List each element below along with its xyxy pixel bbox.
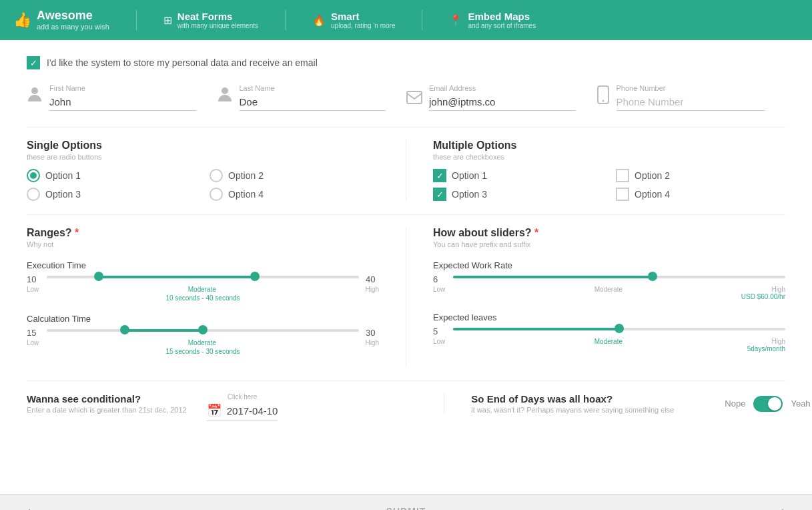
radio-label-1: Option 1: [45, 170, 81, 181]
toggle-off-label: Nope: [725, 399, 745, 409]
leaves-val: 5: [433, 326, 446, 336]
radio-option-3[interactable]: Option 3: [27, 188, 196, 201]
work-rate-labels: Low Moderate High: [433, 286, 785, 293]
leaves-track[interactable]: [453, 327, 785, 336]
svg-point-1: [222, 87, 228, 94]
checkbox-option-3[interactable]: ✓ Option 3: [433, 188, 602, 201]
calculation-thumb-low[interactable]: [120, 325, 129, 334]
radio-label-3: Option 3: [45, 189, 81, 200]
date-subtitle: Enter a date which is greater than 21st …: [27, 406, 187, 414]
leaves-thumb[interactable]: [615, 324, 624, 333]
date-field-wrap: Click here 📅 2017-04-10: [207, 393, 278, 421]
consent-row: ✓ I'd like the system to store my person…: [27, 56, 785, 69]
radio-option-4[interactable]: Option 4: [210, 188, 379, 201]
last-name-group: Last Name: [217, 84, 407, 111]
email-group: Email Address: [406, 84, 596, 111]
header-divider-1: [136, 10, 137, 30]
checkbox-option-2[interactable]: Option 2: [616, 169, 785, 182]
nav-neat-forms-sub: with many unique elements: [177, 22, 258, 29]
svg-rect-2: [407, 91, 422, 103]
ranges-title: Ranges? *: [27, 227, 379, 239]
work-rate-track[interactable]: [453, 275, 785, 284]
checkbox-label-1: Option 1: [452, 170, 487, 181]
toggle-knob: [768, 397, 781, 411]
calculation-low-label: Low: [27, 339, 39, 346]
work-rate-thumb[interactable]: [648, 272, 657, 281]
calculation-thumb-high[interactable]: [198, 325, 208, 334]
date-field[interactable]: 📅 2017-04-10: [207, 403, 278, 421]
email-icon: [406, 91, 422, 108]
execution-label: Execution Time: [27, 260, 379, 270]
nav-smart[interactable]: 🔥 Smart upload, rating 'n more: [312, 11, 395, 29]
calendar-icon: 📅: [207, 403, 222, 418]
multiple-options-section: Multiple Options these are checkboxes ✓ …: [406, 140, 785, 201]
work-rate-fill: [453, 276, 653, 278]
first-name-input[interactable]: [49, 93, 196, 111]
next-button[interactable]: ›: [781, 504, 785, 510]
leaves-low-label: Low: [433, 338, 445, 345]
calculation-low-val: 15: [27, 328, 40, 338]
brand: 👍 Awesome add as many you wish: [13, 9, 109, 31]
work-rate-range: Expected Work Rate 6 Low Moderate High U…: [433, 260, 785, 300]
first-name-group: First Name: [27, 84, 217, 111]
execution-high-val: 40: [366, 274, 379, 284]
nav-smart-sub: upload, rating 'n more: [331, 22, 395, 29]
last-name-input[interactable]: [240, 93, 386, 111]
radio-option-1[interactable]: Option 1: [27, 169, 196, 182]
nav-embed-maps[interactable]: 📍 Embed Maps and any sort of iframes: [449, 11, 536, 29]
header-divider-3: [422, 10, 422, 30]
header-divider-2: [285, 10, 286, 30]
toggle-subtitle: it was, wasn't it? Perhaps mayans were s…: [471, 406, 711, 414]
email-label: Email Address: [429, 84, 576, 92]
calculation-track[interactable]: [47, 328, 359, 338]
toggle-title: So End of Days was all hoax?: [471, 393, 711, 405]
calculation-fill: [125, 329, 203, 332]
execution-track-container: 10 40: [27, 274, 379, 284]
execution-fill: [99, 276, 255, 278]
toggle-on-label: Yeah: [791, 399, 810, 409]
date-toggle-row: Wanna see conditional? Enter a date whic…: [27, 393, 785, 421]
leaves-high-label: High: [771, 338, 785, 345]
brand-subtitle: add as many you wish: [37, 23, 109, 31]
person-icon: [27, 85, 43, 108]
calculation-labels: Low Moderate High: [27, 339, 379, 346]
execution-track[interactable]: [47, 275, 359, 284]
leaves-range: Expected leaves 5 Low Moderate High 5day…: [433, 312, 785, 352]
phone-input[interactable]: [617, 93, 766, 111]
section-divider-3: [27, 380, 785, 381]
consent-label: I'd like the system to store my personal…: [47, 57, 318, 68]
radio-circle-2: [210, 169, 223, 182]
last-name-label: Last Name: [240, 84, 386, 92]
consent-checkbox[interactable]: ✓: [27, 56, 40, 69]
email-input[interactable]: [429, 93, 576, 111]
execution-time-range: Execution Time 10 40 Low Moderate High: [27, 260, 379, 302]
checkbox-box-2: [616, 169, 629, 182]
work-rate-val: 6: [433, 274, 446, 284]
ranges-row: Ranges? * Why not Execution Time 10 40: [27, 227, 785, 367]
submit-button[interactable]: SUBMIT: [386, 506, 426, 511]
section-divider-1: [27, 127, 785, 127]
toggle-section: So End of Days was all hoax? it was, was…: [471, 393, 785, 414]
nav-neat-forms[interactable]: ⊞ Neat Forms with many unique elements: [163, 11, 258, 29]
checkbox-label-2: Option 2: [635, 170, 670, 181]
single-options-subtitle: these are radio buttons: [27, 153, 379, 161]
toggle-switch[interactable]: [753, 396, 783, 412]
date-hint: Click here: [228, 393, 257, 401]
calculation-moderate-label: Moderate: [188, 339, 216, 346]
checkbox-box-3: ✓: [433, 188, 446, 201]
sliders-subtitle: You can have prefix and suffix: [433, 240, 785, 248]
smart-icon: 🔥: [312, 14, 326, 27]
checkbox-label-3: Option 3: [452, 189, 487, 200]
prev-button[interactable]: ‹: [27, 504, 31, 510]
embed-maps-icon: 📍: [449, 14, 462, 27]
radio-grid: Option 1 Option 2 Option 3 Option 4: [27, 169, 379, 201]
calculation-label: Calculation Time: [27, 314, 379, 324]
radio-option-2[interactable]: Option 2: [210, 169, 379, 182]
checkbox-option-1[interactable]: ✓ Option 1: [433, 169, 602, 182]
brand-title: Awesome: [37, 9, 109, 23]
work-rate-high-label: High: [771, 286, 785, 293]
email-field: Email Address: [429, 84, 576, 111]
checkbox-option-4[interactable]: Option 4: [616, 188, 785, 201]
execution-thumb-low[interactable]: [94, 272, 103, 281]
execution-thumb-high[interactable]: [250, 272, 260, 281]
